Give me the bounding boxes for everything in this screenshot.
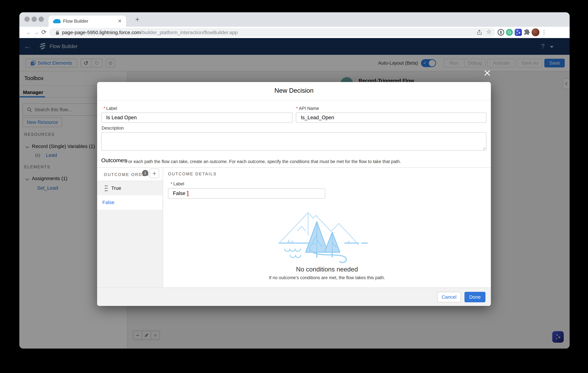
label-input[interactable] (101, 113, 293, 123)
tab-title: Flow Builder (63, 16, 88, 27)
outcome-true-label: True (111, 185, 121, 191)
outcome-item-true[interactable]: True (97, 181, 162, 195)
url-bar: ← → ⟳ page-page-5950.lightning.force.com… (19, 27, 570, 38)
svg-text:G: G (508, 30, 511, 35)
profile-avatar[interactable] (532, 28, 539, 36)
outcome-label-field-label: *Label (171, 181, 184, 186)
url-text: page-page-5950.lightning.force.com/build… (62, 28, 238, 37)
description-label: Description (102, 126, 124, 131)
api-name-field-label: *API Name (296, 106, 319, 111)
cancel-button[interactable]: Cancel (437, 292, 461, 302)
outcome-false-label: False (102, 200, 114, 205)
grammarly-extension-icon[interactable]: G (506, 29, 513, 36)
modal-footer: Cancel Done (97, 288, 491, 306)
bookmark-star-icon[interactable]: ☆ (486, 28, 492, 35)
outcome-label-input[interactable] (168, 188, 325, 199)
traffic-light-close-button[interactable] (24, 17, 30, 22)
traffic-light-minimize-button[interactable] (32, 17, 37, 22)
label-field-label: *Label (104, 106, 117, 111)
mountains-illustration (274, 206, 379, 264)
address-field[interactable]: page-page-5950.lightning.force.com/build… (49, 28, 495, 37)
browser-menu-icon[interactable]: ⋮ (540, 27, 548, 38)
done-button[interactable]: Done (464, 292, 485, 302)
tab-strip: Flow Builder ✕ + (19, 12, 570, 27)
drag-handle-icon[interactable] (104, 185, 108, 193)
description-textarea[interactable] (101, 132, 486, 151)
outcomes-heading: Outcomes (101, 157, 127, 164)
empty-state-subtitle: If no outcome’s conditions are met, the … (163, 275, 491, 280)
sparkles-extension-icon[interactable] (514, 29, 522, 36)
modal-title: New Decision (97, 87, 491, 94)
outcome-order-panel: OUTCOME ORDER i + True False (97, 168, 163, 288)
info-icon[interactable]: i (142, 170, 148, 176)
outcome-item-false[interactable]: False (97, 195, 162, 210)
browser-window: Flow Builder ✕ + ← → ⟳ page-page-5950.li… (19, 12, 570, 349)
lock-icon (55, 30, 60, 36)
modal-close-button[interactable] (484, 69, 492, 77)
resize-handle-icon[interactable] (482, 146, 486, 151)
new-tab-button[interactable]: + (133, 14, 141, 25)
share-icon[interactable] (476, 30, 482, 36)
browser-tab[interactable]: Flow Builder ✕ (49, 16, 126, 27)
divider (97, 100, 491, 100)
traffic-light-zoom-button[interactable] (39, 17, 44, 22)
empty-state-title: No conditions needed (163, 266, 491, 273)
outcome-details-heading: OUTCOME DETAILS (168, 172, 217, 176)
new-decision-modal: New Decision *Label *API Name Descriptio… (97, 82, 491, 306)
reload-icon[interactable]: ⟳ (40, 27, 48, 38)
annotation-marker-1: 1 (186, 189, 190, 198)
outcomes-helper-text: For each path the flow can take, create … (126, 159, 401, 164)
forward-icon[interactable]: → (33, 27, 40, 38)
close-icon (484, 69, 491, 77)
extensions-puzzle-icon[interactable] (523, 29, 531, 36)
password-manager-extension-icon[interactable] (497, 29, 505, 36)
tab-close-icon[interactable]: ✕ (118, 16, 122, 27)
add-outcome-button[interactable]: + (150, 169, 159, 178)
api-name-input[interactable] (296, 113, 486, 123)
back-icon[interactable]: ← (25, 27, 32, 38)
salesforce-cloud-icon (53, 19, 61, 24)
